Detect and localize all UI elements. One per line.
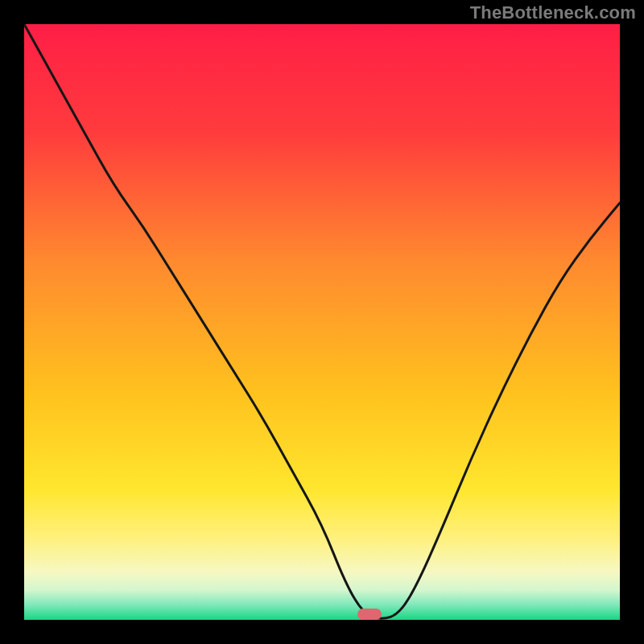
watermark-text: TheBottleneck.com [470, 2, 636, 23]
plot-area [24, 24, 620, 620]
optimum-marker [357, 609, 382, 620]
chart-frame: TheBottleneck.com [0, 0, 644, 644]
bottleneck-curve [24, 24, 620, 620]
